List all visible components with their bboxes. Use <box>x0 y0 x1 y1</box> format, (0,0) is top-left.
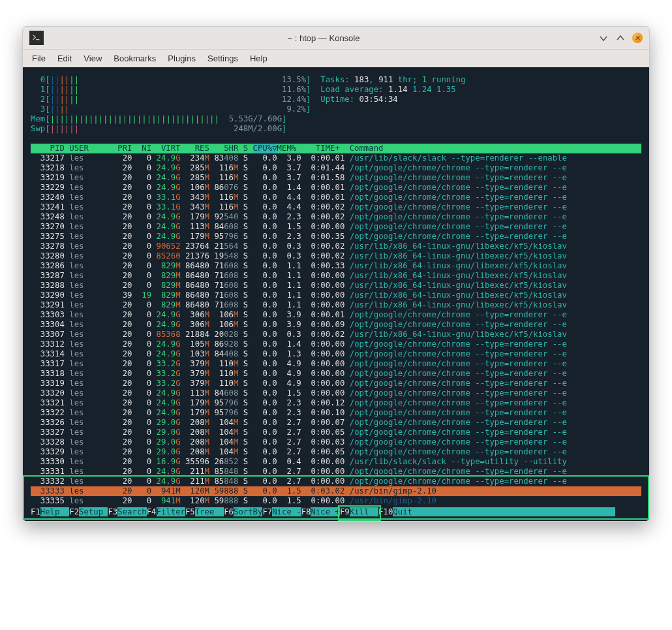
process-row[interactable]: 33288 les 20 0 829M 86480 71608 S 0.0 1.… <box>31 281 641 291</box>
process-row[interactable]: 33332 les 20 0 24.9G 211M 85848 S 0.0 2.… <box>31 477 641 486</box>
process-row[interactable]: 33314 les 20 0 24.9G 103M 84408 S 0.0 1.… <box>31 349 641 359</box>
process-row[interactable]: 33270 les 20 0 24.9G 113M 84608 S 0.0 1.… <box>31 222 641 232</box>
process-row[interactable]: 33291 les 20 0 829M 86480 71608 S 0.0 1.… <box>31 300 641 310</box>
process-row[interactable]: 33217 les 20 0 24.9G 234M 83408 S 0.0 3.… <box>31 153 641 163</box>
menu-edit[interactable]: Edit <box>57 54 72 63</box>
menu-view[interactable]: View <box>84 54 102 63</box>
process-row[interactable]: 33241 les 20 0 33.1G 343M 116M S 0.0 4.4… <box>31 202 641 212</box>
process-row[interactable]: 33287 les 20 0 829M 86480 71608 S 0.0 1.… <box>31 271 641 281</box>
process-row[interactable]: 33322 les 20 0 24.9G 179M 95796 S 0.0 2.… <box>31 408 641 418</box>
process-row[interactable]: 33319 les 20 0 33.2G 379M 110M S 0.0 4.9… <box>31 379 641 388</box>
fkey-sortby[interactable]: SortBy <box>234 507 262 516</box>
process-row[interactable]: 33327 les 20 0 29.0G 208M 104M S 0.0 2.7… <box>31 428 641 437</box>
process-row[interactable]: 33317 les 20 0 33.2G 379M 110M S 0.0 4.9… <box>31 359 641 369</box>
menu-plugins[interactable]: Plugins <box>168 54 196 63</box>
terminal-icon <box>29 31 44 45</box>
fkey-quit[interactable]: Quit <box>393 507 421 516</box>
process-row[interactable]: 33328 les 20 0 29.0G 208M 104M S 0.0 2.7… <box>31 437 641 447</box>
fkey-tree[interactable]: Tree <box>195 507 224 516</box>
menu-help[interactable]: Help <box>250 54 267 63</box>
fkey-nice -[interactable]: Nice - <box>272 507 301 516</box>
konsole-window: ~ : htop — Konsole ✕ File Edit View Book… <box>22 26 650 522</box>
process-row[interactable]: 33290 les 39 19 829M 86480 71608 S 0.0 1… <box>31 291 641 300</box>
process-row[interactable]: 33275 les 20 0 24.9G 179M 95796 S 0.0 2.… <box>31 232 641 242</box>
process-row[interactable]: 33312 les 20 0 24.9G 105M 86928 S 0.0 1.… <box>31 339 641 349</box>
process-row[interactable]: 33240 les 20 0 33.1G 343M 116M S 0.0 4.4… <box>31 193 641 202</box>
process-row[interactable]: 33219 les 20 0 24.9G 285M 116M S 0.0 3.7… <box>31 173 641 183</box>
titlebar: ~ : htop — Konsole ✕ <box>23 27 649 50</box>
fkey-search[interactable]: Search <box>117 507 146 516</box>
fkey-nice +[interactable]: Nice + <box>311 507 339 516</box>
process-row[interactable]: 33304 les 20 0 24.9G 306M 106M S 0.0 3.9… <box>31 320 641 330</box>
process-row[interactable]: 33330 les 20 0 16.9G 35596 26852 S 0.0 0… <box>31 457 641 467</box>
process-row[interactable]: 33326 les 20 0 29.0G 208M 104M S 0.0 2.7… <box>31 418 641 428</box>
process-row[interactable]: 33331 les 20 0 24.9G 211M 85848 S 0.0 2.… <box>31 467 641 477</box>
process-row[interactable]: 33280 les 20 0 85260 21376 19548 S 0.0 0… <box>31 251 641 261</box>
process-row[interactable]: 33286 les 20 0 829M 86480 71608 S 0.0 1.… <box>31 261 641 271</box>
menu-file[interactable]: File <box>32 54 46 63</box>
fkey-filter[interactable]: Filter <box>157 507 185 516</box>
process-row[interactable]: 33248 les 20 0 24.9G 179M 92540 S 0.0 2.… <box>31 212 641 222</box>
process-row[interactable]: 33335 les 20 0 941M 120M 59888 S 0.0 1.5… <box>31 496 641 506</box>
process-row[interactable]: 33320 les 20 0 24.9G 113M 84608 S 0.0 1.… <box>31 388 641 398</box>
process-row[interactable]: 33278 les 20 0 90652 23764 21564 S 0.0 0… <box>31 242 641 251</box>
process-row[interactable]: 33303 les 20 0 24.9G 306M 106M S 0.0 3.9… <box>31 310 641 320</box>
function-keys: F1Help F2Setup F3SearchF4FilterF5Tree F6… <box>31 507 641 517</box>
close-button[interactable]: ✕ <box>632 33 643 43</box>
maximize-button[interactable] <box>615 33 626 43</box>
process-row[interactable]: 33229 les 20 0 24.9G 106M 86076 S 0.0 1.… <box>31 183 641 193</box>
process-row[interactable]: 33318 les 20 0 33.2G 379M 110M S 0.0 4.9… <box>31 369 641 379</box>
menu-settings[interactable]: Settings <box>207 54 238 63</box>
menu-bookmarks[interactable]: Bookmarks <box>114 54 156 63</box>
window-title: ~ : htop — Konsole <box>49 33 598 43</box>
process-row-selected[interactable]: 33333 les 20 0 941M 120M 59888 S 0.0 1.5… <box>31 486 641 496</box>
htop-terminal[interactable]: 0[|||||| 13.5%] Tasks: 183, 911 thr; 1 r… <box>23 67 649 521</box>
process-row[interactable]: 33218 les 20 0 24.9G 285M 116M S 0.0 3.7… <box>31 163 641 173</box>
fkey-setup[interactable]: Setup <box>79 507 108 516</box>
process-row[interactable]: 33321 les 20 0 24.9G 179M 95796 S 0.0 2.… <box>31 398 641 408</box>
fkey-kill[interactable]: Kill <box>350 507 378 516</box>
menubar: File Edit View Bookmarks Plugins Setting… <box>23 50 649 67</box>
process-row[interactable]: 33329 les 20 0 29.0G 208M 104M S 0.0 2.7… <box>31 447 641 457</box>
process-header: PID USER PRI NI VIRT RES SHR S CPU%▽MEM%… <box>31 144 641 153</box>
minimize-button[interactable] <box>598 33 609 43</box>
process-row[interactable]: 33307 les 20 0 85368 21884 20028 S 0.0 0… <box>31 330 641 339</box>
fkey-help[interactable]: Help <box>40 507 69 516</box>
